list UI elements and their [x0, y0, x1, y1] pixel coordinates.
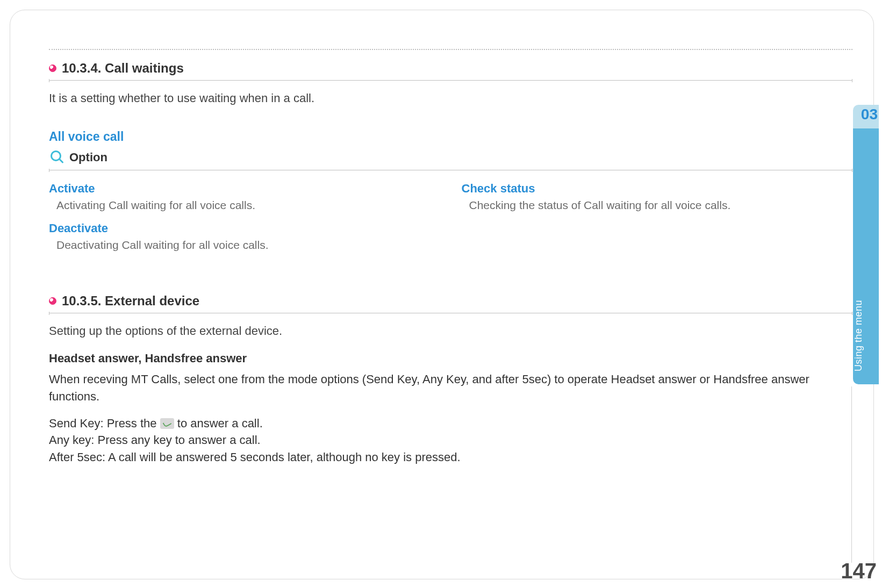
divider-rule [49, 79, 852, 82]
option-heading-label: Option [69, 150, 107, 164]
option-activate-title: Activate [49, 182, 440, 196]
content-area: 10.3.4. Call waitings It is a setting wh… [49, 49, 852, 476]
tab-body: Using the menu [853, 124, 879, 384]
option-deactivate-title: Deactivate [49, 221, 440, 235]
send-key-suffix: to answer a call. [177, 417, 263, 430]
options-col-left: Activate Activating Call waiting for all… [49, 182, 440, 261]
any-key-line: Any key: Press any key to answer a call. [49, 433, 261, 447]
bullet-icon [49, 297, 56, 305]
subheading-headset-handsfree: Headset answer, Handsfree answer [49, 352, 852, 365]
mode-options-list: Send Key: Press the to answer a call. An… [49, 415, 852, 467]
section2-intro: Setting up the options of the external d… [49, 322, 852, 340]
bullet-icon [49, 64, 56, 72]
subheading-all-voice-call: All voice call [49, 130, 852, 144]
option-heading-row: Option [49, 149, 852, 166]
divider-rule [49, 169, 852, 172]
section2-paragraph: When receving MT Calls, select one from … [49, 371, 852, 405]
after5-line: After 5sec: A call will be answered 5 se… [49, 450, 461, 464]
chapter-side-tab: Using the menu 03 [853, 105, 879, 384]
divider-rule [49, 312, 852, 315]
magnifier-icon [49, 149, 65, 166]
section-header-external-device: 10.3.5. External device [49, 293, 852, 309]
vertical-margin-line [851, 386, 852, 563]
option-checkstatus-desc: Checking the status of Call waiting for … [469, 199, 853, 212]
send-key-icon [160, 418, 174, 429]
option-activate-desc: Activating Call waiting for all voice ca… [56, 199, 440, 212]
options-columns: Activate Activating Call waiting for all… [49, 182, 852, 261]
page-frame: 10.3.4. Call waitings It is a setting wh… [10, 10, 874, 579]
section-title: 10.3.5. External device [62, 293, 199, 309]
option-deactivate-desc: Deactivating Call waiting for all voice … [56, 239, 440, 252]
section-title: 10.3.4. Call waitings [62, 61, 184, 76]
page-number: 147 [841, 559, 877, 583]
send-key-prefix: Send Key: Press the [49, 417, 160, 430]
options-col-right: Check status Checking the status of Call… [462, 182, 853, 261]
section-intro: It is a setting whether to use waiting w… [49, 90, 852, 107]
section-header-call-waitings: 10.3.4. Call waitings [49, 61, 852, 76]
section-external-device: 10.3.5. External device Setting up the o… [49, 293, 852, 466]
tab-label: Using the menu [853, 300, 879, 371]
tab-number: 03 [861, 106, 878, 123]
option-checkstatus-title: Check status [462, 182, 853, 196]
